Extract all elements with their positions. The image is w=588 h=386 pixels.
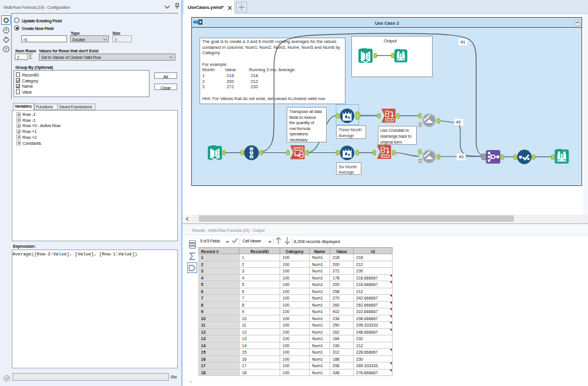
svg-text:1: 1 <box>251 148 253 151</box>
svg-text:3: 3 <box>251 155 253 158</box>
svg-text:2: 2 <box>251 151 253 154</box>
svg-text:?: ? <box>5 47 7 51</box>
